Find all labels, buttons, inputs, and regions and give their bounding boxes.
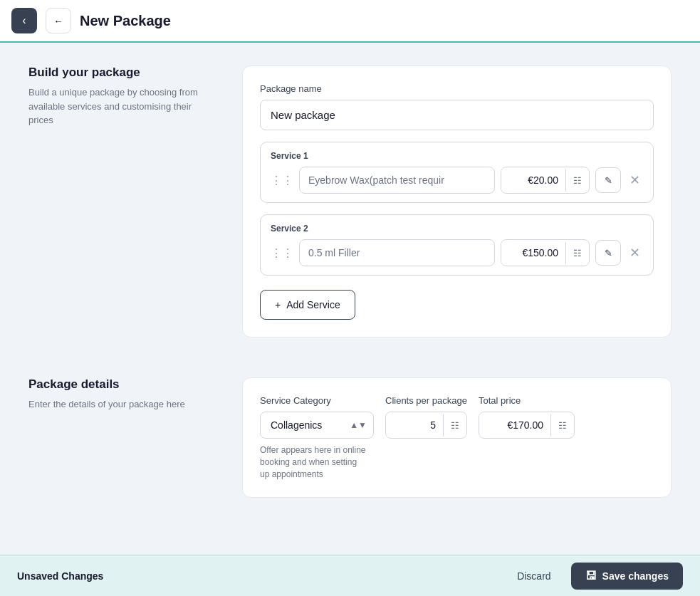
- service-2-row: ⋮⋮ ☷ ✎ ✕: [271, 239, 643, 266]
- category-select-wrapper: Collagenics Hair Beauty Nails ▲▼: [260, 412, 374, 439]
- build-card: Package name Service 1 ⋮⋮ ☷: [242, 66, 672, 338]
- total-label: Total price: [479, 395, 575, 406]
- footer: Unsaved Changes Discard 🖫 Save changes: [0, 555, 700, 596]
- service-2-calc-button[interactable]: ☷: [565, 242, 589, 264]
- service-1-remove-button[interactable]: ✕: [627, 169, 643, 191]
- service-2-price-input[interactable]: [501, 240, 565, 266]
- service-2-edit-button[interactable]: ✎: [595, 240, 621, 266]
- category-select[interactable]: Collagenics Hair Beauty Nails: [260, 412, 374, 439]
- total-col: Total price ☷: [479, 395, 575, 439]
- details-card: Service Category Collagenics Hair Beauty…: [242, 377, 672, 498]
- clients-label: Clients per package: [385, 395, 467, 406]
- build-heading: Build your package: [28, 66, 214, 80]
- close-icon: ✕: [630, 173, 640, 187]
- plus-icon: +: [275, 299, 281, 310]
- main-content: Build your package Build a unique packag…: [0, 43, 700, 555]
- details-section: Package details Enter the details of you…: [28, 377, 672, 498]
- save-label: Save changes: [602, 570, 669, 582]
- category-col: Service Category Collagenics Hair Beauty…: [260, 395, 374, 480]
- service-1-calc-button[interactable]: ☷: [565, 169, 589, 192]
- clients-input-group: ☷: [385, 412, 467, 439]
- clients-calc-button[interactable]: ☷: [443, 414, 466, 436]
- package-name-input[interactable]: [260, 100, 654, 130]
- drag-handle-icon[interactable]: ⋮⋮: [271, 174, 293, 187]
- add-service-label: Add Service: [286, 299, 340, 310]
- total-input[interactable]: [479, 412, 550, 438]
- calculator-2-icon: ☷: [573, 248, 582, 258]
- clients-calc-icon: ☷: [451, 420, 459, 431]
- service-2-block: Service 2 ⋮⋮ ☷ ✎: [260, 214, 654, 276]
- service-1-edit-button[interactable]: ✎: [595, 167, 621, 193]
- save-icon: 🖫: [585, 570, 597, 582]
- discard-button[interactable]: Discard: [506, 563, 562, 590]
- total-input-group: ☷: [479, 412, 575, 439]
- arrow-left-icon: ←: [53, 16, 63, 26]
- service-1-block: Service 1 ⋮⋮ ☷ ✎: [260, 142, 654, 203]
- clients-col: Clients per package ☷: [385, 395, 467, 439]
- service-1-label: Service 1: [271, 151, 643, 161]
- service-2-remove-button[interactable]: ✕: [627, 242, 643, 263]
- details-grid: Service Category Collagenics Hair Beauty…: [260, 395, 654, 480]
- header: ‹ ← New Package: [0, 0, 700, 43]
- back-button[interactable]: ←: [46, 8, 71, 33]
- unsaved-changes-label: Unsaved Changes: [17, 570, 103, 582]
- details-heading: Package details: [28, 377, 214, 392]
- category-hint: Offer appears here in online booking and…: [260, 444, 367, 480]
- build-section: Build your package Build a unique packag…: [28, 66, 672, 338]
- chevron-left-icon: ‹: [22, 14, 26, 27]
- footer-actions: Discard 🖫 Save changes: [506, 563, 683, 590]
- service-1-input[interactable]: [299, 167, 495, 194]
- details-description: Enter the details of your package here: [28, 397, 214, 412]
- add-service-button[interactable]: + Add Service: [260, 290, 355, 320]
- clients-input[interactable]: [386, 412, 443, 438]
- service-1-price-group: ☷: [501, 167, 590, 194]
- calculator-icon: ☷: [573, 175, 582, 186]
- details-section-label: Package details Enter the details of you…: [28, 377, 242, 498]
- build-description: Build a unique package by choosing from …: [28, 85, 214, 127]
- category-label: Service Category: [260, 395, 374, 406]
- edit-icon: ✎: [605, 175, 612, 186]
- nav-back-outer-button[interactable]: ‹: [11, 8, 37, 33]
- page-title: New Package: [80, 13, 171, 29]
- close-2-icon: ✕: [630, 246, 640, 260]
- total-calc-icon: ☷: [558, 420, 567, 431]
- total-calc-button[interactable]: ☷: [550, 414, 574, 436]
- service-1-price-input[interactable]: [501, 167, 565, 193]
- save-button[interactable]: 🖫 Save changes: [571, 563, 683, 590]
- package-name-label: Package name: [260, 83, 654, 94]
- service-1-row: ⋮⋮ ☷ ✎ ✕: [271, 167, 643, 194]
- service-2-price-group: ☷: [501, 239, 590, 266]
- build-section-label: Build your package Build a unique packag…: [28, 66, 242, 338]
- edit-2-icon: ✎: [605, 248, 612, 258]
- drag-handle-2-icon[interactable]: ⋮⋮: [271, 246, 293, 260]
- service-2-input[interactable]: [299, 239, 495, 266]
- service-2-label: Service 2: [271, 224, 643, 234]
